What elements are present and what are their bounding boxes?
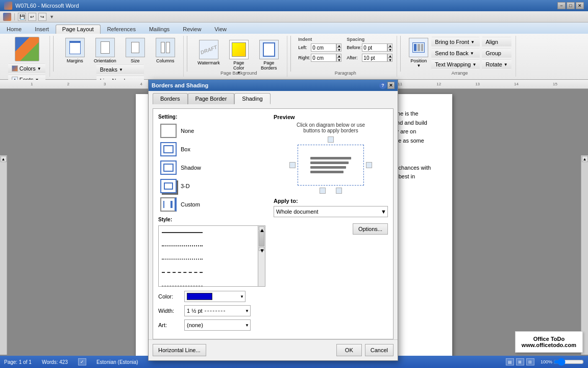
pos2 bbox=[418, 44, 420, 51]
left-up[interactable]: ▲ bbox=[336, 43, 341, 48]
style-list[interactable]: ▲ ▼ bbox=[158, 225, 265, 287]
horizontal-line-button[interactable]: Horizontal Line... bbox=[153, 344, 206, 356]
right-input[interactable] bbox=[311, 54, 336, 62]
borders-tab[interactable]: Borders bbox=[153, 93, 188, 104]
options-button[interactable]: Options... bbox=[353, 223, 388, 235]
preview-box[interactable] bbox=[298, 145, 364, 186]
ok-button[interactable]: OK bbox=[336, 344, 362, 356]
before-spin[interactable]: ▲ ▼ bbox=[387, 43, 393, 52]
scroll-up-right[interactable]: ▲ bbox=[582, 156, 588, 162]
undo-btn[interactable]: ↩ bbox=[28, 13, 36, 21]
tab-page-layout[interactable]: Page Layout bbox=[56, 25, 101, 34]
text-line-1 bbox=[310, 157, 351, 159]
before-field: Before: ▲ ▼ bbox=[347, 43, 393, 52]
size-button[interactable]: Size bbox=[121, 37, 149, 64]
page-border-tab[interactable]: Page Border bbox=[188, 93, 235, 104]
proofing-icon[interactable]: ✓ bbox=[78, 358, 86, 365]
style-scrollbar[interactable]: ▲ ▼ bbox=[258, 226, 265, 286]
apply-select[interactable]: Whole document ▼ bbox=[274, 206, 388, 217]
scroll-down-arrow[interactable]: ▼ bbox=[259, 247, 264, 251]
scroll-up-arrow[interactable]: ▲ bbox=[259, 226, 264, 231]
none-icon bbox=[160, 124, 177, 138]
scroll-up[interactable]: ▲ bbox=[1, 156, 7, 162]
page-borders-button[interactable]: Page Borders bbox=[255, 39, 283, 72]
minimize-button[interactable]: − bbox=[557, 2, 566, 9]
page-borders-label: Page Borders bbox=[256, 60, 282, 71]
before-up[interactable]: ▲ bbox=[387, 43, 393, 48]
after-up[interactable]: ▲ bbox=[387, 54, 393, 58]
group-button[interactable]: Group bbox=[482, 48, 511, 58]
columns-button[interactable]: Columns bbox=[151, 37, 179, 64]
before-down[interactable]: ▼ bbox=[387, 48, 393, 52]
right-spin[interactable]: ▲ ▼ bbox=[336, 54, 341, 62]
left-down[interactable]: ▼ bbox=[336, 48, 341, 52]
setting-custom[interactable]: Custom bbox=[158, 196, 265, 213]
tab-mailings[interactable]: Mailings bbox=[142, 25, 176, 34]
tab-view[interactable]: View bbox=[208, 25, 233, 34]
dialog-close-button[interactable]: ✕ bbox=[387, 82, 395, 89]
style-dashed[interactable] bbox=[159, 266, 265, 279]
width-select[interactable]: 1 ½ pt ▼ bbox=[184, 305, 251, 316]
tab-references[interactable]: References bbox=[101, 25, 142, 34]
watermark-button[interactable]: DRAFT Watermark bbox=[194, 39, 223, 66]
after-field: After: ▲ ▼ bbox=[347, 53, 393, 62]
orientation-button[interactable]: Orientation bbox=[91, 37, 119, 64]
after-spin[interactable]: ▲ ▼ bbox=[387, 54, 393, 62]
position-button[interactable]: Position ▼ bbox=[408, 37, 429, 70]
dialog-help-button[interactable]: ? bbox=[379, 82, 386, 89]
after-input[interactable] bbox=[362, 54, 387, 62]
style-solid[interactable] bbox=[159, 226, 265, 239]
close-button[interactable]: ✕ bbox=[576, 2, 584, 9]
bottom-right-border-button[interactable] bbox=[336, 188, 342, 194]
right-border-button[interactable] bbox=[366, 162, 372, 168]
restore-button[interactable]: □ bbox=[567, 2, 575, 9]
rotate-button[interactable]: Rotate ▼ bbox=[482, 59, 511, 70]
tab-insert[interactable]: Insert bbox=[28, 25, 56, 34]
right-down[interactable]: ▼ bbox=[336, 58, 341, 62]
full-screen-btn[interactable]: ⊞ bbox=[516, 358, 524, 365]
top-border-button[interactable] bbox=[328, 136, 334, 143]
shading-tab[interactable]: Shading bbox=[234, 93, 270, 104]
style-dash-dot[interactable] bbox=[159, 279, 265, 287]
separator-4 bbox=[400, 36, 401, 72]
colors-button[interactable]: Colors ▼ bbox=[8, 63, 45, 74]
dotted-line1 bbox=[162, 245, 203, 246]
cancel-button[interactable]: Cancel bbox=[365, 344, 394, 356]
left-scrollbar[interactable]: ▲ bbox=[0, 155, 7, 355]
top-border-row bbox=[328, 136, 334, 143]
zoom-slider[interactable] bbox=[553, 359, 584, 364]
bottom-left-border-button[interactable] bbox=[320, 188, 326, 194]
art-select[interactable]: (none) ▼ bbox=[184, 319, 251, 331]
right-scrollbar[interactable]: ▲ bbox=[581, 155, 588, 355]
after-down[interactable]: ▼ bbox=[387, 58, 393, 62]
tab-review[interactable]: Review bbox=[176, 25, 208, 34]
left-spin[interactable]: ▲ ▼ bbox=[336, 43, 341, 52]
pos3 bbox=[421, 44, 424, 51]
save-quick-btn[interactable]: 💾 bbox=[18, 13, 26, 21]
tab-home[interactable]: Home bbox=[0, 25, 28, 34]
style-dotted2[interactable] bbox=[159, 252, 265, 266]
left-border-button[interactable] bbox=[289, 162, 296, 168]
before-input[interactable] bbox=[362, 43, 387, 52]
print-view-btn[interactable]: ▤ bbox=[506, 358, 514, 365]
scroll-thumb[interactable] bbox=[259, 231, 264, 246]
setting-none[interactable]: None bbox=[158, 123, 265, 139]
setting-shadow[interactable]: Shadow bbox=[158, 159, 265, 176]
customize-arrow[interactable]: ▼ bbox=[50, 14, 54, 19]
breaks-button[interactable]: Breaks ▼ bbox=[96, 64, 144, 75]
dialog-right-panel: Preview Click on diagram below or usebut… bbox=[274, 114, 388, 334]
redo-btn[interactable]: ↪ bbox=[38, 13, 46, 21]
color-select[interactable]: ▼ bbox=[184, 291, 246, 302]
send-to-back-button[interactable]: Send to Back ▼ bbox=[431, 48, 480, 58]
style-dotted1[interactable] bbox=[159, 239, 265, 252]
bring-to-front-button[interactable]: Bring to Front ▼ bbox=[431, 37, 480, 47]
setting-3d[interactable]: 3-D bbox=[158, 178, 265, 194]
themes-icon[interactable] bbox=[15, 37, 39, 61]
web-view-btn[interactable]: ⊟ bbox=[526, 358, 534, 365]
margins-button[interactable]: Margins bbox=[61, 37, 89, 64]
text-wrapping-button[interactable]: Text Wrapping ▼ bbox=[431, 59, 480, 70]
right-up[interactable]: ▲ bbox=[336, 54, 341, 58]
left-input[interactable] bbox=[311, 43, 336, 52]
setting-box[interactable]: Box bbox=[158, 141, 265, 157]
align-button[interactable]: Align bbox=[482, 37, 511, 47]
